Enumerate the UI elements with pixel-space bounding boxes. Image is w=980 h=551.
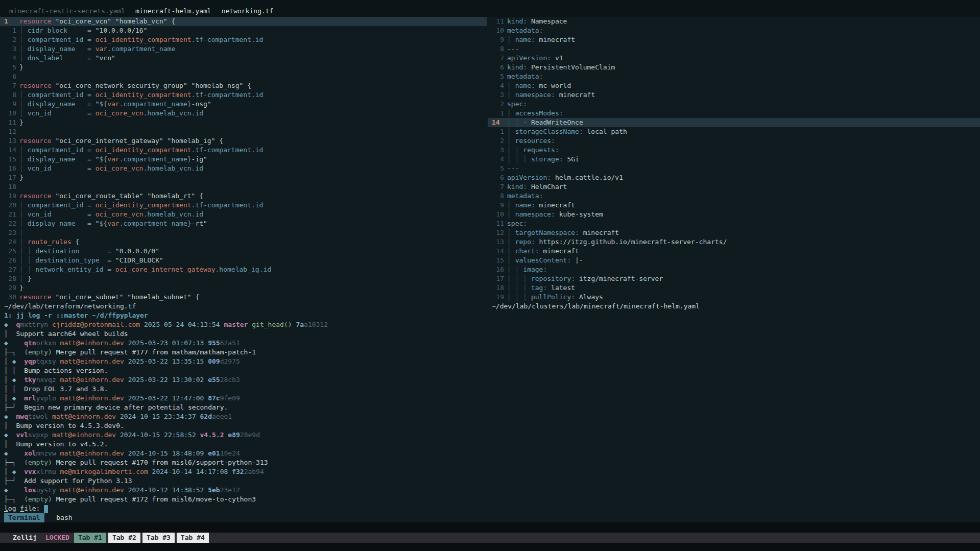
terminal-tab-terminal[interactable]: Terminal <box>4 513 44 522</box>
line-number: 19 <box>4 191 16 201</box>
syntax-segment: { <box>192 293 200 301</box>
syntax-segment: ├─╮ <box>4 495 16 503</box>
syntax-segment: (empty) <box>24 495 52 503</box>
indent-guide: │ <box>507 82 515 89</box>
line-number: 5 <box>492 72 504 81</box>
line-number: 19 <box>492 293 504 302</box>
syntax-segment: : <box>555 146 559 154</box>
syntax-segment: = <box>103 266 115 273</box>
syntax-segment: Add support for Python 3.13 <box>24 477 132 485</box>
line-number: 1 <box>4 17 16 26</box>
syntax-segment <box>56 339 60 347</box>
syntax-segment: tky <box>24 376 36 384</box>
syntax-segment <box>16 459 24 466</box>
terminal-cursor <box>44 505 48 513</box>
syntax-segment: display_name <box>28 155 76 163</box>
syntax-segment: mwq <box>16 413 28 420</box>
line-number: 8 <box>492 191 504 201</box>
indent-guide: │ <box>507 201 515 209</box>
code-line: 11spec: <box>488 219 980 228</box>
editor-split-minecraft-helm-yaml[interactable]: 11kind: Namespace10metadata:9│ name: min… <box>488 17 980 311</box>
syntax-segment: oci_core_internet_gateway <box>115 266 216 273</box>
syntax-segment <box>56 357 60 365</box>
line-number: 9 <box>4 100 16 109</box>
buffer-tab[interactable]: minecraft-restic-secrets.yaml <box>6 7 129 16</box>
indent-guide: │ │ <box>19 247 35 255</box>
syntax-segment: tf-compartment <box>195 201 251 209</box>
line-number: 5 <box>492 164 504 173</box>
buffer-tab[interactable]: minecraft-helm.yaml <box>132 7 215 16</box>
syntax-segment: var <box>95 45 107 53</box>
syntax-segment <box>16 348 24 356</box>
terminal-pane-jj-log[interactable]: 1: jj log -r ::master ~/d/ffpyplayer◆ qm… <box>0 311 980 522</box>
line-number: 2 <box>4 35 16 44</box>
indent-guide: │ <box>507 109 515 117</box>
zellij-tab[interactable]: Tab #4 <box>177 533 209 543</box>
syntax-segment: 2024-10-15 18:48:09 <box>128 449 204 457</box>
syntax-segment: namespace <box>515 91 551 99</box>
syntax-segment: aeee1 <box>212 413 232 420</box>
line-number: 23 <box>4 228 16 237</box>
line-number: 7 <box>4 81 16 90</box>
syntax-segment <box>8 321 16 328</box>
syntax-segment: : <box>539 73 543 80</box>
indent-guide: │ <box>19 164 28 172</box>
log-file-prompt[interactable]: log file: <box>0 504 980 513</box>
syntax-segment <box>148 468 152 475</box>
zellij-mode-indicator: LOCKED <box>45 533 69 542</box>
editor-statusline-path: ~/dev/lab/clusters/lab/minecraft/minecra… <box>488 302 980 311</box>
syntax-segment: : <box>523 183 527 190</box>
line-number: 5 <box>4 63 16 72</box>
syntax-segment: compartment_name <box>111 45 175 53</box>
indent-guide: │ <box>19 27 28 34</box>
syntax-segment: network_entity_id <box>35 266 103 273</box>
line-number: 1 <box>492 127 504 136</box>
indent-guide: │ │ │ <box>507 155 531 163</box>
line-number: 17 <box>4 173 16 182</box>
syntax-segment <box>8 422 16 429</box>
code-line: 5metadata: <box>488 72 980 81</box>
syntax-segment: oci_identity_compartment <box>95 36 192 43</box>
syntax-segment: resource <box>19 82 52 89</box>
jj-log-line: ◆ vvlsvpxp matt@einhorn.dev 2024-10-15 2… <box>0 430 980 440</box>
syntax-segment: ◆ <box>4 449 8 457</box>
zellij-tab[interactable]: Tab #3 <box>142 533 175 543</box>
syntax-segment <box>116 431 120 439</box>
line-number: 28 <box>4 274 16 283</box>
syntax-segment: = <box>67 27 95 34</box>
syntax-segment: HelmChart <box>527 183 567 190</box>
zellij-tab[interactable]: Tab #2 <box>108 533 140 543</box>
syntax-segment <box>56 376 60 384</box>
syntax-segment: vcn_id <box>28 109 52 117</box>
line-number: 1 <box>4 26 16 35</box>
syntax-segment: d2975 <box>220 357 240 365</box>
syntax-segment: : <box>531 201 535 209</box>
syntax-segment: --- <box>507 45 519 53</box>
syntax-segment: . <box>251 36 255 43</box>
syntax-segment <box>56 394 60 402</box>
syntax-segment: chart <box>515 247 535 255</box>
syntax-segment: { <box>168 17 176 25</box>
syntax-segment: ├─╯ <box>4 477 16 485</box>
syntax-segment: "vcn" <box>95 54 115 62</box>
syntax-segment: ile: <box>24 505 40 512</box>
syntax-segment: var <box>107 220 119 227</box>
syntax-segment: } <box>19 284 23 292</box>
code-line: 22│ display_name = "${var.compartment_na… <box>0 219 487 228</box>
syntax-segment: a10312 <box>304 321 328 328</box>
line-number: 10 <box>492 210 504 219</box>
terminal-tab-bash[interactable]: bash <box>52 513 76 522</box>
zellij-tab[interactable]: Tab #1 <box>74 533 106 543</box>
code-line: 1│ cidr_block = "10.0.0.0/16" <box>0 26 487 35</box>
syntax-segment: uysty <box>36 486 56 494</box>
editor-split-networking-tf[interactable]: 1resource "oci_core_vcn" "homelab_vcn" {… <box>0 17 487 311</box>
buffer-tab[interactable]: networking.tf <box>218 7 277 16</box>
syntax-segment: ◆ <box>4 321 8 328</box>
line-number: 2 <box>492 136 504 146</box>
jj-log-line: ◆ qtnorkxn matt@einhorn.dev 2025-03-23 0… <box>0 339 980 348</box>
syntax-segment: = <box>83 146 95 154</box>
code-line: 16│ │ image: <box>488 265 980 274</box>
indent-guide: │ <box>507 210 515 218</box>
syntax-segment: requests <box>523 146 555 154</box>
syntax-segment: Bump version to 4.5.3.dev0. <box>16 422 124 429</box>
